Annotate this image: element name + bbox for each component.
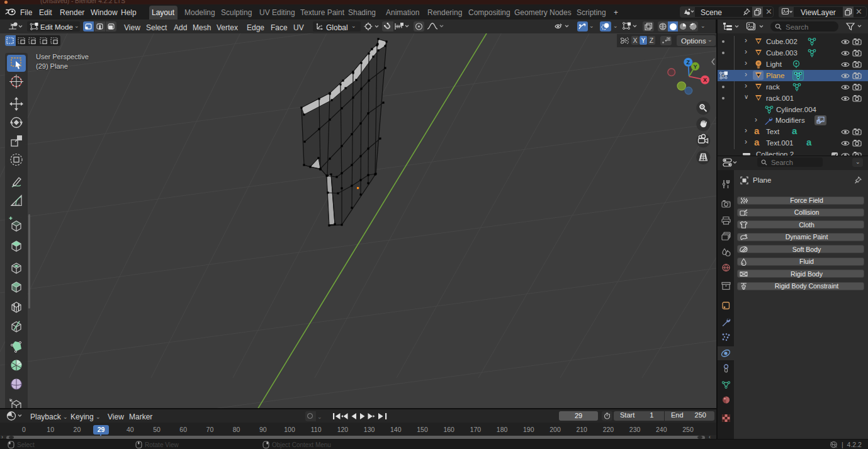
svg-text:Z: Z — [687, 59, 690, 65]
svg-text:X: X — [703, 77, 707, 83]
svg-text:Y: Y — [693, 64, 697, 70]
